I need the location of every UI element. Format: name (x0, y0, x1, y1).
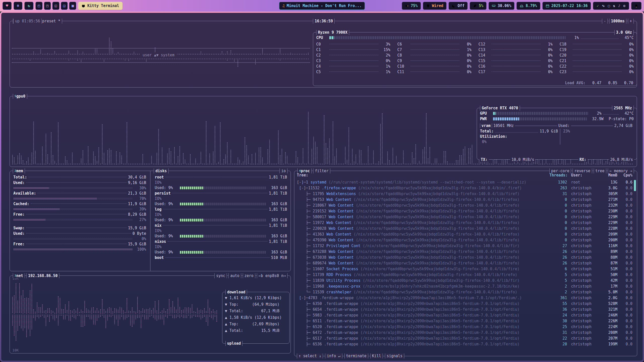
process-row[interactable]: ├─ 580017 Web Content (/nix/store/fqadd0… (297, 214, 632, 220)
process-row[interactable]: ├─ 218067 Web Content (/nix/store/fqadd0… (297, 203, 632, 208)
process-row[interactable]: ├─ 11795 WebExtensions (/nix/store/fqadd… (297, 191, 632, 197)
process-row[interactable]: ├─ 673038 Web Content (/nix/store/fqadd0… (297, 255, 632, 260)
idle-inhibitor-module[interactable]: Off (449, 2, 468, 10)
volume-module[interactable]: 75% (402, 2, 421, 10)
graph-column (15, 314, 17, 341)
core-leader (492, 44, 541, 44)
graph-column (158, 58, 159, 59)
process-row[interactable]: ├─ 11739 RDD Process (/nix/store/fqadd0b… (297, 272, 632, 278)
tab-gpu[interactable]: 5gpu0 (13, 94, 27, 99)
proc-button-reverse[interactable]: reverse (573, 168, 592, 173)
proc-footer-Kill[interactable]: Kill (370, 353, 383, 358)
process-row[interactable]: [-]─1 systemd (/run/current-system/syste… (297, 179, 632, 185)
tray-icon[interactable]: ∿ (601, 4, 606, 8)
clock-module[interactable]: 2025-07-22 16:36 (542, 2, 591, 10)
distro-menu-button[interactable]: ♥ (3, 2, 12, 10)
nix-button[interactable]: ❄ (14, 2, 23, 10)
proc-button-per-core[interactable]: per-core (549, 168, 571, 173)
process-row[interactable]: ├─ 11968 .keepassxc-prox (/nix/store/bsl… (297, 284, 632, 289)
process-scrollbar[interactable] (634, 180, 636, 191)
proc-sort-selector[interactable]: ← memory → (608, 168, 634, 173)
process-row[interactable]: ├─ 6654 .ferdium-wrappe (/nix/store/a1pj… (297, 307, 632, 312)
graph-column (510, 163, 511, 165)
net-button-zero[interactable]: zero (243, 273, 255, 278)
workspace-button[interactable]: ◰ (35, 2, 43, 10)
process-row[interactable]: ├─ 6472 .ferdium-wrappe (/nix/store/a1pj… (297, 330, 632, 336)
tray-icon[interactable]: ▢ (607, 4, 610, 8)
graph-column (376, 163, 378, 165)
proc-button-tree[interactable]: tree (594, 168, 606, 173)
core-load: 0% (623, 70, 634, 74)
proc-footer--select-[interactable]: ↑ select ↓ (297, 353, 323, 358)
io-mode-button[interactable]: io (279, 168, 288, 173)
load-average: Load AVG: 0.47 0.85 0.70 (565, 81, 633, 85)
process-row[interactable]: ├─ 220028 Web Content (/nix/store/fqadd0… (297, 226, 632, 232)
process-row[interactable]: ├─ 6520 .ferdium-wrappe (/nix/store/a1pj… (297, 324, 632, 330)
tray-icon[interactable]: ⚙ (623, 4, 626, 8)
process-row[interactable]: ├─ 11839 Utility Process (/nix/store/fqa… (297, 278, 632, 284)
kitty-terminal-button[interactable]: Kitty Terminal (78, 2, 122, 10)
graph-column (151, 314, 152, 315)
process-row[interactable]: ├─ 5983 .ferdium-wrappe (/nix/store/a1pj… (297, 312, 632, 318)
process-row[interactable]: ├─ 41363 Web Content (/nix/store/fqadd0b… (297, 232, 632, 237)
workspace-button[interactable]: ▣ (69, 2, 76, 10)
header-threads[interactable]: Threads: (549, 173, 567, 177)
process-row[interactable]: ├─ 6350 .ferdium-wrappe (/nix/store/a1pj… (297, 301, 632, 307)
graph-column (110, 58, 112, 59)
proc-footer-signals[interactable]: signals (385, 353, 404, 358)
net-interface-selector[interactable]: ←b enp8s0 n→ (257, 273, 288, 278)
net-button-sync[interactable]: sync (214, 273, 227, 278)
process-row[interactable]: [-]─11532 .firefox-wrappe (/nix/store/fq… (297, 185, 632, 191)
disks-section-title[interactable]: disks (154, 168, 169, 173)
process-row[interactable]: └─ 11539 crashhelper (/nix/store/fqadd0b… (297, 289, 632, 295)
workspace-button[interactable]: ◲ (61, 2, 68, 10)
graph-column (228, 58, 230, 59)
cpu-usage-module[interactable]: 5% (470, 2, 487, 10)
process-row[interactable]: ├─ 11732 Privileged Cont (/nix/store/fqa… (297, 243, 632, 249)
tab-mem[interactable]: 2mem (13, 168, 25, 173)
tab-proc[interactable]: 4proc (297, 168, 312, 173)
workspace-button[interactable]: ◳ (44, 2, 51, 10)
graph-column (463, 149, 464, 165)
media-player-module[interactable]: ♫ Minuit Machine - Don't Run Fro... (279, 2, 365, 10)
graph-column (475, 163, 476, 165)
process-row[interactable]: ├─ 689674 Web Content (/nix/store/fqadd0… (297, 260, 632, 266)
interval-decrease-button[interactable]: - (602, 19, 608, 24)
preset-button[interactable]: preset * (41, 19, 62, 24)
process-row[interactable]: ├─ 11607 Socket Process (/nix/store/fqad… (297, 266, 632, 272)
graph-column (579, 163, 580, 165)
disk-module[interactable]: 8.79% (516, 2, 540, 10)
process-row[interactable]: ├─ 219152 Web Content (/nix/store/fqadd0… (297, 208, 632, 214)
interval-increase-button[interactable]: + (628, 19, 634, 24)
process-row[interactable]: ├─ 11972 Web Content (/nix/store/fqadd0b… (297, 220, 632, 226)
network-module[interactable]: Wired (423, 2, 447, 10)
proc-footer-terminate[interactable]: terminate (344, 353, 368, 358)
tray-icon[interactable]: ⇅ (613, 4, 616, 8)
process-row[interactable]: ├─ 6511 .ferdium-wrappe (/nix/store/a1pj… (297, 318, 632, 324)
graph-column (290, 163, 291, 165)
graph-column (283, 58, 284, 59)
graph-column (498, 163, 499, 165)
process-row[interactable]: [-]─4783 .ferdium-wrappe (/nix/store/a1p… (297, 295, 632, 301)
filter-button[interactable]: filter (313, 168, 330, 173)
header-user[interactable]: User: (567, 173, 597, 177)
graph-column (66, 314, 68, 315)
tray-icon[interactable]: ♪ (618, 4, 621, 8)
header-mem[interactable]: MemB (597, 173, 617, 177)
memory-module[interactable]: 30.06% (489, 2, 514, 10)
graph-column (72, 152, 73, 165)
net-button-auto[interactable]: auto (228, 273, 241, 278)
process-row[interactable]: ├─ 6536 .ferdium-wrappe (/nix/store/a1pj… (297, 341, 632, 347)
header-tree[interactable]: Tree: (297, 173, 308, 177)
workspace-button[interactable]: ◱ (52, 2, 59, 10)
process-row[interactable]: ├─ 94753 Web Content (/nix/store/fqadd0b… (297, 197, 632, 203)
process-row[interactable]: ├─ 6517 .ferdium-wrappe (/nix/store/a1pj… (297, 336, 632, 341)
process-row[interactable]: ├─ 673288 Web Content (/nix/store/fqadd0… (297, 249, 632, 255)
refresh-button[interactable]: ↻ (24, 2, 33, 10)
tab-net[interactable]: 3net (13, 273, 25, 278)
proc-footer-info-[interactable]: info ↵ (325, 353, 342, 358)
notifications-module[interactable] (631, 2, 641, 10)
graph-column (121, 307, 122, 313)
tray-icon[interactable]: ✓ (596, 4, 599, 8)
process-row[interactable]: ├─ 479390 Web Content (/nix/store/fqadd0… (297, 237, 632, 243)
